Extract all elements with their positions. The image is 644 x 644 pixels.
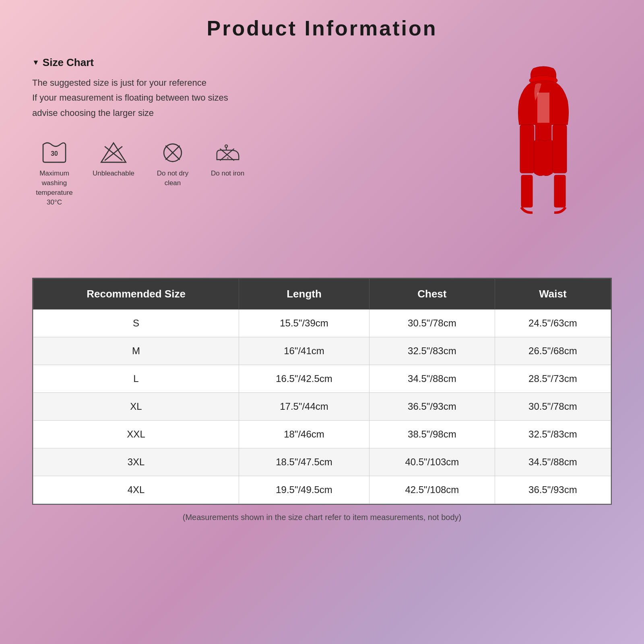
cell-length: 16"/41cm: [239, 337, 369, 365]
table-row: S15.5"/39cm30.5"/78cm24.5"/63cm: [33, 310, 611, 337]
wash-label: Maximum washing temperature 30°C: [32, 169, 76, 207]
col-header-length: Length: [239, 279, 369, 310]
care-item-bleach: Unbleachable: [93, 140, 134, 178]
bleach-label: Unbleachable: [93, 169, 134, 178]
cell-size: S: [33, 310, 239, 337]
size-chart-description: The suggested size is just for your refe…: [32, 75, 459, 120]
size-table: Recommended Size Length Chest Waist S15.…: [33, 279, 611, 504]
cell-waist: 28.5"/73cm: [495, 365, 611, 393]
cell-size: XXL: [33, 421, 239, 448]
cell-size: L: [33, 365, 239, 393]
svg-rect-15: [521, 175, 533, 207]
cell-size: M: [33, 337, 239, 365]
cell-chest: 30.5"/78cm: [369, 310, 495, 337]
cell-size: XL: [33, 393, 239, 421]
size-table-container: Recommended Size Length Chest Waist S15.…: [32, 278, 612, 505]
page-title: Product Information: [32, 16, 612, 40]
page-container: Product Information Size Chart The sugge…: [0, 0, 644, 644]
cell-length: 15.5"/39cm: [239, 310, 369, 337]
cell-chest: 34.5"/88cm: [369, 365, 495, 393]
cell-length: 16.5"/42.5cm: [239, 365, 369, 393]
cell-length: 18.5"/47.5cm: [239, 448, 369, 476]
svg-rect-14: [553, 125, 567, 173]
top-section: Size Chart The suggested size is just fo…: [32, 56, 612, 258]
table-footnote: (Measurements shown in the size chart re…: [32, 513, 612, 522]
dry-clean-label: Do not dry clean: [151, 169, 195, 188]
table-row: M16"/41cm32.5"/83cm26.5"/68cm: [33, 337, 611, 365]
care-item-dry-clean: Do not dry clean: [151, 140, 195, 188]
table-header-row: Recommended Size Length Chest Waist: [33, 279, 611, 310]
table-row: XL17.5"/44cm36.5"/93cm30.5"/78cm: [33, 393, 611, 421]
left-content: Size Chart The suggested size is just fo…: [32, 56, 475, 207]
col-header-chest: Chest: [369, 279, 495, 310]
cell-chest: 32.5"/83cm: [369, 337, 495, 365]
no-iron-icon: [214, 140, 242, 165]
svg-text:30: 30: [51, 150, 58, 157]
cell-length: 18"/46cm: [239, 421, 369, 448]
cell-waist: 30.5"/78cm: [495, 393, 611, 421]
care-item-iron: Do not iron: [211, 140, 244, 178]
svg-rect-16: [554, 175, 566, 207]
table-row: 4XL19.5"/49.5cm42.5"/108cm36.5"/93cm: [33, 476, 611, 504]
cell-length: 19.5"/49.5cm: [239, 476, 369, 504]
cell-waist: 24.5"/63cm: [495, 310, 611, 337]
cell-chest: 42.5"/108cm: [369, 476, 495, 504]
cell-waist: 26.5"/68cm: [495, 337, 611, 365]
svg-point-8: [225, 145, 227, 147]
cell-length: 17.5"/44cm: [239, 393, 369, 421]
table-row: 3XL18.5"/47.5cm40.5"/103cm34.5"/88cm: [33, 448, 611, 476]
cell-waist: 32.5"/83cm: [495, 421, 611, 448]
wash-30-icon: 30: [40, 140, 68, 165]
care-icons-section: 30 Maximum washing temperature 30°C Unbl…: [32, 140, 459, 207]
care-item-wash: 30 Maximum washing temperature 30°C: [32, 140, 76, 207]
cell-chest: 36.5"/93cm: [369, 393, 495, 421]
cell-size: 4XL: [33, 476, 239, 504]
size-chart-heading: Size Chart: [32, 56, 459, 69]
svg-marker-1: [101, 143, 126, 162]
svg-point-9: [227, 157, 228, 159]
col-header-size: Recommended Size: [33, 279, 239, 310]
table-row: L16.5"/42.5cm34.5"/88cm28.5"/73cm: [33, 365, 611, 393]
no-bleach-icon: [99, 140, 128, 165]
table-row: XXL18"/46cm38.5"/98cm32.5"/83cm: [33, 421, 611, 448]
cell-waist: 36.5"/93cm: [495, 476, 611, 504]
cell-waist: 34.5"/88cm: [495, 448, 611, 476]
cell-chest: 40.5"/103cm: [369, 448, 495, 476]
cell-chest: 38.5"/98cm: [369, 421, 495, 448]
col-header-waist: Waist: [495, 279, 611, 310]
svg-rect-13: [520, 125, 534, 173]
product-silhouette: [499, 60, 588, 258]
cell-size: 3XL: [33, 448, 239, 476]
iron-label: Do not iron: [211, 169, 244, 178]
product-image-area: [475, 56, 612, 258]
no-dry-clean-icon: [159, 140, 187, 165]
